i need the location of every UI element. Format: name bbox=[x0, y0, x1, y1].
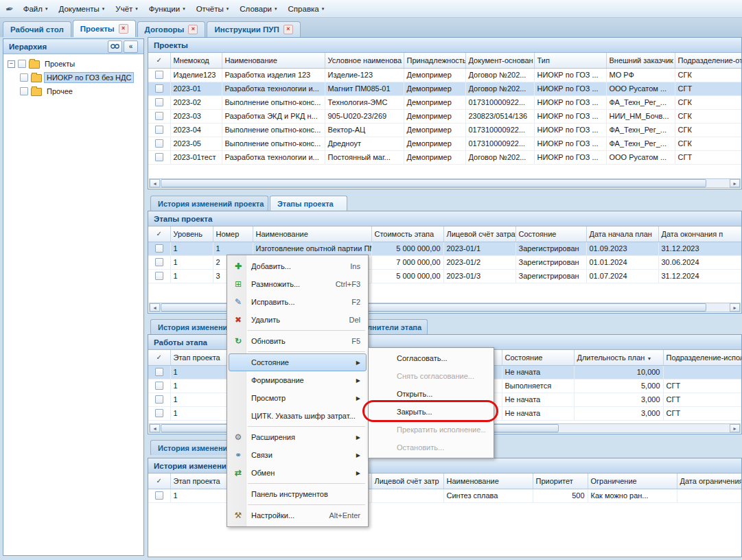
row-checkbox[interactable] bbox=[155, 98, 163, 106]
tree-checkbox[interactable] bbox=[20, 87, 28, 95]
table-row[interactable]: Изделие123Разработка изделия 123Изделие-… bbox=[148, 68, 742, 82]
menu-item-8[interactable]: Формирование▶ bbox=[229, 371, 367, 389]
column-header[interactable]: Принадлежность bbox=[404, 53, 465, 68]
column-header[interactable]: Дата ограничения bbox=[677, 474, 742, 489]
tab-project-stages[interactable]: Этапы проекта bbox=[270, 196, 347, 211]
row-checkbox[interactable] bbox=[155, 368, 163, 376]
tab-desktop[interactable]: Рабочий стол bbox=[3, 21, 71, 37]
tree-checkbox[interactable] bbox=[20, 73, 28, 82]
search-hierarchy-button[interactable] bbox=[108, 40, 122, 53]
collapse-expander-icon[interactable]: − bbox=[8, 60, 15, 68]
tree-label[interactable]: Прочее bbox=[45, 86, 75, 96]
menu-item-links[interactable]: ⚭Связи▶ bbox=[229, 446, 367, 464]
tree-label[interactable]: НИОКР по ГОЗ без НДС bbox=[45, 73, 133, 82]
menu-item-delete[interactable]: ✖УдалитьDel bbox=[229, 311, 367, 329]
collapse-sidebar-button[interactable]: « bbox=[124, 40, 138, 53]
menu-item-duplicate[interactable]: ⊞Размножить...Ctrl+F3 bbox=[229, 275, 367, 293]
tab-project-history[interactable]: История изменений проекта bbox=[150, 196, 268, 211]
menu-item-7[interactable]: Состояние▶ bbox=[229, 353, 367, 371]
menu-item-0[interactable]: Согласовать... bbox=[370, 349, 492, 367]
column-header[interactable]: Приоритет bbox=[533, 474, 588, 489]
menu-help[interactable]: Справка▾ bbox=[283, 3, 330, 15]
menu-item-3[interactable]: Закрыть... bbox=[370, 403, 492, 421]
scroll-left-button[interactable]: ◂ bbox=[150, 303, 160, 312]
menu-item-add[interactable]: ✚Добавить...Ins bbox=[229, 257, 367, 275]
menu-functions[interactable]: Функции▾ bbox=[143, 3, 191, 15]
row-checkbox[interactable] bbox=[155, 258, 163, 266]
row-checkbox[interactable] bbox=[155, 272, 163, 280]
column-header[interactable]: Номер bbox=[213, 226, 253, 242]
close-icon[interactable]: × bbox=[119, 24, 128, 34]
column-header[interactable]: Внешний заказчик bbox=[606, 53, 675, 68]
row-checkbox[interactable] bbox=[155, 112, 163, 120]
select-all-header[interactable]: ✓ bbox=[148, 226, 170, 242]
table-row[interactable]: 2023-02Выполнение опытно-конс...Технолог… bbox=[148, 95, 742, 109]
tab-projects[interactable]: Проекты× bbox=[73, 20, 136, 37]
table-row[interactable]: 2023-04Выполнение опытно-конс...Вектор-А… bbox=[148, 123, 742, 137]
menu-file[interactable]: Файл▾ bbox=[18, 3, 54, 15]
scroll-left-button[interactable]: ◂ bbox=[150, 179, 160, 187]
table-row[interactable]: 2023-05Выполнение опытно-конс...Дредноут… bbox=[148, 137, 742, 150]
menu-item-edit[interactable]: ✎Исправить...F2 bbox=[229, 293, 367, 311]
scroll-track[interactable] bbox=[161, 179, 729, 187]
column-header[interactable]: Дата начала план bbox=[586, 226, 658, 242]
column-header[interactable]: Условное наименова bbox=[325, 53, 404, 68]
scroll-right-button[interactable]: ▸ bbox=[730, 303, 740, 312]
tree-item-niokr-goz[interactable]: НИОКР по ГОЗ без НДС bbox=[5, 71, 142, 84]
menu-item-10[interactable]: ЦИТК. Указать шифр затрат... bbox=[229, 407, 367, 425]
menu-item-16[interactable]: Панель инструментов bbox=[229, 485, 367, 503]
tree-checkbox[interactable] bbox=[18, 60, 26, 68]
row-checkbox[interactable] bbox=[155, 126, 163, 134]
row-checkbox[interactable] bbox=[155, 491, 163, 500]
table-row[interactable]: 2023-01Разработка технологии и...Магнит … bbox=[148, 82, 742, 95]
column-header[interactable]: Состояние bbox=[502, 350, 574, 365]
tree-label[interactable]: Проекты bbox=[43, 59, 77, 69]
row-checkbox[interactable] bbox=[155, 409, 163, 417]
row-checkbox[interactable] bbox=[155, 153, 163, 161]
menu-item-2[interactable]: Открыть... bbox=[370, 385, 492, 403]
horizontal-scrollbar[interactable]: ◂ ▸ bbox=[149, 178, 741, 188]
close-icon[interactable]: × bbox=[283, 25, 293, 34]
scroll-thumb[interactable] bbox=[161, 179, 706, 187]
tree-item-projects[interactable]: − Проекты bbox=[5, 57, 142, 71]
column-header[interactable]: Лицевой счёт затр bbox=[371, 474, 443, 489]
table-row[interactable]: 2023-03Разработка ЭКД и РКД н...905-U020… bbox=[148, 109, 742, 123]
table-row[interactable]: 11Изготовление опытной партии ПМ0...5 00… bbox=[148, 242, 742, 255]
menu-dictionaries[interactable]: Словари▾ bbox=[234, 3, 282, 15]
menu-documents[interactable]: Документы▾ bbox=[54, 3, 111, 15]
column-header[interactable]: Наименование bbox=[222, 53, 325, 68]
column-header[interactable]: Состояние bbox=[515, 226, 586, 242]
menu-item-extensions[interactable]: ⚙Расширения▶ bbox=[229, 428, 367, 446]
column-header[interactable]: Длительность план▼ bbox=[574, 350, 663, 365]
row-checkbox[interactable] bbox=[155, 139, 163, 148]
column-header[interactable]: Подразделение-исполн bbox=[663, 350, 742, 365]
row-checkbox[interactable] bbox=[155, 71, 163, 79]
scroll-left-button[interactable]: ◂ bbox=[150, 424, 160, 432]
column-header[interactable]: Документ-основан bbox=[465, 53, 534, 68]
menu-item-refresh[interactable]: ↻ОбновитьF5 bbox=[229, 332, 367, 350]
column-header[interactable]: Тип bbox=[534, 53, 606, 68]
menu-item-9[interactable]: Просмотр▶ bbox=[229, 389, 367, 407]
select-all-header[interactable]: ✓ bbox=[148, 350, 170, 365]
scroll-right-button[interactable]: ▸ bbox=[730, 179, 740, 187]
column-header[interactable]: Ограничение bbox=[588, 474, 677, 489]
scroll-right-button[interactable]: ▸ bbox=[730, 424, 740, 432]
column-header[interactable]: Лицевой счёт затрат bbox=[443, 226, 515, 242]
tab-pup-instructions[interactable]: Инструкции ПУП× bbox=[207, 21, 300, 37]
row-checkbox[interactable] bbox=[155, 395, 163, 404]
select-all-header[interactable]: ✓ bbox=[148, 53, 170, 68]
row-checkbox[interactable] bbox=[155, 382, 163, 390]
column-header[interactable]: Наименование bbox=[253, 226, 371, 242]
menu-item-settings[interactable]: ⚒Настройки...Alt+Enter bbox=[229, 506, 367, 524]
menu-reports[interactable]: Отчёты▾ bbox=[191, 3, 235, 15]
column-header[interactable]: Наименование bbox=[443, 474, 533, 489]
tab-contracts[interactable]: Договоры× bbox=[137, 21, 206, 37]
menu-item-exchange[interactable]: ⇄Обмен▶ bbox=[229, 464, 367, 482]
column-header[interactable]: Стоимость этапа bbox=[371, 226, 443, 242]
column-header[interactable]: Мнемокод bbox=[170, 53, 222, 68]
column-header[interactable]: Дата окончания п bbox=[658, 226, 742, 242]
select-all-header[interactable]: ✓ bbox=[148, 474, 170, 489]
table-row[interactable]: 2023-01тестРазработка технологии и...Пос… bbox=[148, 150, 742, 164]
row-checkbox[interactable] bbox=[155, 84, 163, 93]
row-checkbox[interactable] bbox=[155, 244, 163, 253]
